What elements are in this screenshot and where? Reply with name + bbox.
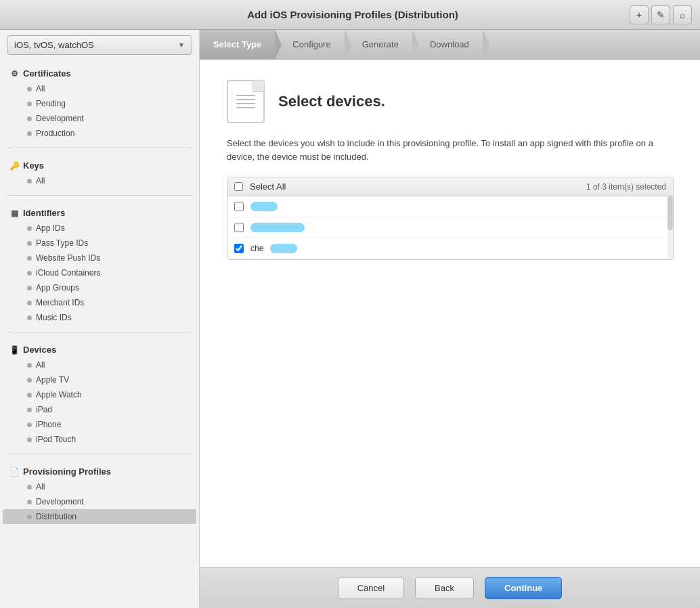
divider [7, 148, 192, 148]
dot-icon [27, 500, 32, 504]
dot-icon [27, 256, 32, 261]
dot-icon [27, 316, 32, 320]
select-all-label[interactable]: Select All [250, 181, 579, 192]
sidebar-item-apple-watch[interactable]: Apple Watch [3, 387, 196, 402]
sidebar-item-provisioning-all[interactable]: All [3, 479, 196, 494]
device-name-3 [270, 244, 297, 253]
sidebar-item-keys-all[interactable]: All [3, 173, 196, 188]
dot-icon [27, 408, 32, 412]
device-name-1 [250, 202, 278, 211]
dot-icon [27, 515, 32, 519]
step-configure[interactable]: Configure [275, 30, 344, 59]
content-area: Select Type Configure Generate Download [200, 30, 700, 608]
certificates-section: ⚙ Certificates All Pending Development P… [0, 60, 199, 144]
dot-icon [27, 87, 32, 91]
keys-label: Keys [23, 160, 44, 171]
devices-section: 📱 Devices All Apple TV Apple Watch iPad … [0, 336, 199, 450]
back-button[interactable]: Back [415, 577, 474, 599]
certificates-label: Certificates [23, 68, 71, 79]
scroll-thumb[interactable] [668, 196, 673, 230]
header-title: Add iOS Provisioning Profiles (Distribut… [76, 9, 630, 20]
device-checkbox-1[interactable] [234, 202, 244, 211]
dot-icon [27, 131, 32, 136]
icon-lines [236, 95, 255, 108]
continue-button[interactable]: Continue [485, 577, 562, 599]
platform-label: iOS, tvOS, watchOS [14, 40, 94, 50]
sidebar-item-icloud-containers[interactable]: iCloud Containers [3, 265, 196, 280]
footer: Cancel Back Continue [200, 567, 700, 608]
device-table: Select All 1 of 3 item(s) selected [227, 177, 674, 260]
item-count: 1 of 3 item(s) selected [586, 182, 666, 192]
step-generate[interactable]: Generate [345, 30, 412, 59]
sidebar-item-certificates-pending[interactable]: Pending [3, 96, 196, 111]
sidebar-item-provisioning-development[interactable]: Development [3, 494, 196, 509]
add-button[interactable]: + [630, 5, 649, 24]
certificates-header: ⚙ Certificates [0, 66, 199, 81]
sidebar-item-provisioning-distribution[interactable]: Distribution [3, 509, 196, 524]
sidebar-item-merchant-ids[interactable]: Merchant IDs [3, 295, 196, 310]
table-row [227, 217, 673, 238]
device-checkbox-3[interactable] [234, 244, 244, 253]
sidebar-item-ipad[interactable]: iPad [3, 402, 196, 417]
sidebar-item-music-ids[interactable]: Music IDs [3, 310, 196, 325]
icon-line [236, 95, 255, 96]
dot-icon [27, 378, 32, 383]
page-description: Select the devices you wish to include i… [227, 137, 673, 163]
divider [7, 332, 192, 332]
dot-icon [27, 286, 32, 290]
sidebar-item-ipod-touch[interactable]: iPod Touch [3, 432, 196, 447]
provisioning-label: Provisioning Profiles [23, 466, 111, 477]
dot-icon [27, 301, 32, 305]
dot-icon [27, 363, 32, 368]
icon-line [236, 107, 255, 108]
step-download[interactable]: Download [412, 30, 483, 59]
sidebar-item-website-push-ids[interactable]: Website Push IDs [3, 251, 196, 265]
gear-icon: ⚙ [9, 69, 19, 79]
sidebar-item-app-ids[interactable]: App IDs [3, 221, 196, 236]
identifiers-section: ▦ Identifiers App IDs Pass Type IDs Webs… [0, 200, 199, 328]
step-generate-label: Generate [362, 39, 399, 49]
step-select-type[interactable]: Select Type [200, 30, 275, 59]
keys-header: 🔑 Keys [0, 158, 199, 173]
sidebar-item-pass-type-ids[interactable]: Pass Type IDs [3, 236, 196, 251]
phone-icon: 📱 [9, 345, 19, 355]
scroll-track [668, 196, 673, 259]
main-layout: iOS, tvOS, watchOS ▼ ⚙ Certificates All … [0, 30, 700, 608]
devices-header: 📱 Devices [0, 342, 199, 357]
device-text-3: che [250, 244, 263, 253]
sidebar-item-app-groups[interactable]: App Groups [3, 280, 196, 295]
doc-icon: 📄 [9, 467, 19, 477]
step-configure-label: Configure [292, 39, 330, 49]
select-all-checkbox[interactable] [234, 182, 243, 191]
app-header: Add iOS Provisioning Profiles (Distribut… [0, 0, 700, 30]
device-checkbox-2[interactable] [234, 223, 244, 232]
dot-icon [27, 393, 32, 397]
sidebar-item-certificates-all[interactable]: All [3, 81, 196, 96]
table-row: che [227, 238, 673, 259]
sidebar-item-certificates-production[interactable]: Production [3, 126, 196, 141]
table-row [227, 196, 673, 217]
devices-label: Devices [23, 345, 56, 355]
icon-line [236, 99, 255, 100]
divider [7, 454, 192, 454]
search-button[interactable]: ⌕ [673, 5, 692, 24]
keys-section: 🔑 Keys All [0, 152, 199, 191]
sidebar-item-iphone[interactable]: iPhone [3, 417, 196, 432]
grid-icon: ▦ [9, 209, 19, 218]
icon-line [236, 103, 255, 104]
page-title: Select devices. [278, 93, 385, 110]
identifiers-label: Identifiers [23, 208, 65, 218]
page-document-icon [227, 80, 265, 123]
device-name-2 [250, 223, 305, 232]
dot-icon [27, 116, 32, 121]
platform-dropdown[interactable]: iOS, tvOS, watchOS ▼ [7, 35, 192, 55]
device-table-header: Select All 1 of 3 item(s) selected [227, 177, 673, 196]
edit-button[interactable]: ✎ [651, 5, 670, 24]
provisioning-section: 📄 Provisioning Profiles All Development … [0, 458, 199, 527]
key-icon: 🔑 [9, 161, 19, 171]
sidebar-item-devices-all[interactable]: All [3, 357, 196, 372]
sidebar-item-apple-tv[interactable]: Apple TV [3, 372, 196, 387]
divider [7, 195, 192, 196]
cancel-button[interactable]: Cancel [338, 577, 404, 599]
sidebar-item-certificates-development[interactable]: Development [3, 111, 196, 126]
